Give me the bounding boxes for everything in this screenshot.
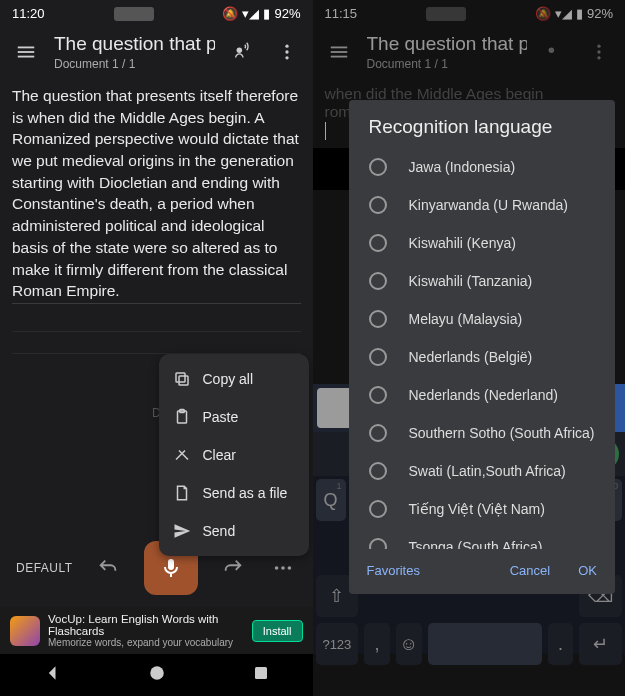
menu-paste[interactable]: Paste: [159, 398, 309, 436]
ad-banner[interactable]: VocUp: Learn English Words with Flashcar…: [0, 607, 313, 654]
mic-icon: [159, 556, 183, 580]
svg-point-14: [287, 566, 291, 570]
svg-point-5: [285, 50, 288, 53]
lang-option[interactable]: Nederlands (België): [349, 338, 616, 376]
radio-icon: [369, 500, 387, 518]
paste-icon: [173, 408, 191, 426]
svg-point-3: [236, 47, 242, 53]
svg-point-13: [281, 566, 285, 570]
menu-label: Send as a file: [203, 485, 288, 501]
menu-label: Paste: [203, 409, 239, 425]
install-button[interactable]: Install: [252, 620, 303, 642]
lang-option[interactable]: Kiswahili (Tanzania): [349, 262, 616, 300]
doc-title: The question that presen...: [54, 33, 215, 55]
dialog-title: Recognition language: [349, 116, 616, 148]
lang-option[interactable]: Jawa (Indonesia): [349, 148, 616, 186]
svg-rect-16: [255, 667, 267, 679]
redo-icon[interactable]: [219, 554, 247, 582]
menu-send[interactable]: Send: [159, 512, 309, 550]
file-icon: [173, 484, 191, 502]
radio-icon: [369, 462, 387, 480]
svg-rect-8: [176, 373, 185, 382]
status-icons: 🔕 ▾◢ ▮ 92%: [222, 6, 300, 21]
menu-label: Copy all: [203, 371, 254, 387]
send-icon: [173, 522, 191, 540]
menu-label: Send: [203, 523, 236, 539]
svg-point-6: [285, 56, 288, 59]
language-list[interactable]: Jawa (Indonesia) Kinyarwanda (U Rwanda) …: [349, 148, 616, 549]
editor-text: The question that presents itself theref…: [12, 85, 301, 304]
radio-icon: [369, 196, 387, 214]
right-screen: 11:15 🔕 ▾◢ ▮ 92% The question that prese…: [313, 0, 626, 696]
lang-option[interactable]: Swati (Latin,South Africa): [349, 452, 616, 490]
lang-option[interactable]: Melayu (Malaysia): [349, 300, 616, 338]
doc-subtitle: Document 1 / 1: [54, 57, 215, 71]
radio-icon: [369, 424, 387, 442]
nav-bar: [0, 654, 313, 696]
app-bar: The question that presen... Document 1 /…: [0, 27, 313, 77]
nav-back-icon[interactable]: [43, 663, 63, 687]
lang-option[interactable]: Tiếng Việt (Việt Nam): [349, 490, 616, 528]
radio-icon: [369, 538, 387, 549]
copy-icon: [173, 370, 191, 388]
lang-option[interactable]: Southern Sotho (South Africa): [349, 414, 616, 452]
more-horizontal-icon[interactable]: [269, 554, 297, 582]
radio-icon: [369, 158, 387, 176]
status-pill: [114, 7, 154, 21]
lang-option[interactable]: Kiswahili (Kenya): [349, 224, 616, 262]
radio-icon: [369, 272, 387, 290]
status-bar: 11:20 🔕 ▾◢ ▮ 92%: [0, 0, 313, 27]
nav-home-icon[interactable]: [148, 664, 166, 686]
mode-label[interactable]: DEFAULT: [16, 561, 73, 575]
voice-settings-icon[interactable]: [227, 36, 259, 68]
more-icon[interactable]: [271, 36, 303, 68]
lang-option[interactable]: Kinyarwanda (U Rwanda): [349, 186, 616, 224]
left-screen: 11:20 🔕 ▾◢ ▮ 92% The question that prese…: [0, 0, 313, 696]
undo-icon[interactable]: [94, 554, 122, 582]
svg-rect-11: [168, 559, 174, 570]
dialog-actions: Favorites Cancel OK: [349, 549, 616, 594]
menu-clear[interactable]: Clear: [159, 436, 309, 474]
dnd-icon: 🔕: [222, 6, 238, 21]
status-time: 11:20: [12, 6, 45, 21]
battery-text: 92%: [274, 6, 300, 21]
lang-option[interactable]: Nederlands (Nederland): [349, 376, 616, 414]
cancel-button[interactable]: Cancel: [510, 563, 550, 578]
lang-option[interactable]: Tsonga (South Africa): [349, 528, 616, 549]
empty-lines: [12, 310, 301, 354]
nav-recent-icon[interactable]: [252, 664, 270, 686]
ad-app-icon: [10, 616, 40, 646]
ad-subtitle: Memorize words, expand your vocabulary: [48, 637, 244, 648]
menu-send-file[interactable]: Send as a file: [159, 474, 309, 512]
menu-copy-all[interactable]: Copy all: [159, 360, 309, 398]
svg-point-4: [285, 45, 288, 48]
radio-icon: [369, 348, 387, 366]
context-menu: Copy all Paste Clear Send as a file Send: [159, 354, 309, 556]
radio-icon: [369, 310, 387, 328]
signal-icon: ▾◢: [242, 6, 259, 21]
menu-label: Clear: [203, 447, 236, 463]
ok-button[interactable]: OK: [578, 563, 597, 578]
battery-icon: ▮: [263, 6, 270, 21]
radio-icon: [369, 386, 387, 404]
clear-icon: [173, 446, 191, 464]
favorites-button[interactable]: Favorites: [367, 563, 420, 578]
language-dialog: Recognition language Jawa (Indonesia) Ki…: [349, 100, 616, 594]
svg-point-15: [151, 666, 165, 680]
radio-icon: [369, 234, 387, 252]
ad-title: VocUp: Learn English Words with Flashcar…: [48, 613, 244, 637]
svg-rect-7: [179, 376, 188, 385]
hamburger-icon[interactable]: [10, 36, 42, 68]
svg-point-12: [274, 566, 278, 570]
